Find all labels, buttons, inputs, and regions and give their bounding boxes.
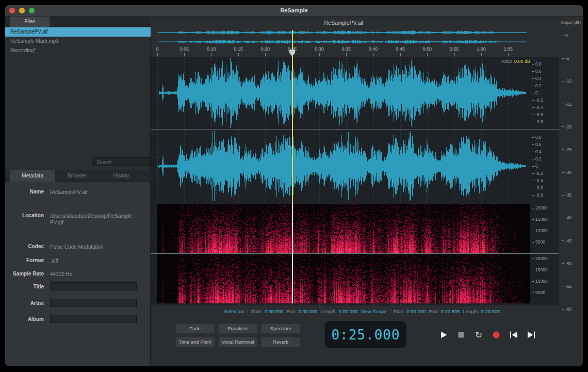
output-db-label: -45 [562,238,571,244]
amplitude-readout: Amp:0.00 dB [355,59,530,64]
tick-mark [532,188,534,188]
output-db-label: -55 [562,284,571,289]
output-db-label-text: -35 [565,192,571,198]
timeline-tick [454,53,455,56]
output-db-label: -35 [562,192,571,198]
tick-mark [562,218,564,218]
tick-mark [532,152,534,152]
skip-to-end-button[interactable] [525,329,537,341]
amplitude-scale-label: -0.6 [532,112,543,117]
amplitude-scale-label-text: 0.6 [535,69,542,74]
waveform-channel-2[interactable] [157,130,530,202]
amplitude-scale-label: 0.8 [532,135,542,140]
timeline-tick [400,53,401,56]
waveform-channel-1[interactable] [157,57,530,129]
name-value: ReSamplePV.aif [50,189,142,196]
amplitude-scale-label: 0 [532,90,538,95]
frequency-scale-label-text: 15000 [535,267,548,272]
window-title: ReSample [5,7,583,13]
amplitude-scale-label: -0.6 [532,185,543,190]
frequency-scale-label: 5000 [532,290,545,295]
tick-mark [532,293,534,293]
amplitude-scale-label-text: 0.2 [535,156,542,161]
spectrogram-channel-2[interactable] [157,254,530,303]
title-label: Title [5,284,44,289]
equalizer-button[interactable]: Equalizer [218,324,257,334]
timeline-label: 0:35 [336,46,356,52]
time-and-pitch-button[interactable]: Time and Pitch [175,337,215,347]
timeline-tick [211,53,212,56]
editor-area: ReSamplePV.aif 00:050:100:150:200:250:30… [151,17,583,366]
timeline-ruler[interactable]: 00:050:100:150:200:250:300:350:400:450:5… [157,46,539,57]
artist-field[interactable] [50,299,137,307]
tick-mark [562,309,564,310]
format-label: Format [5,257,44,263]
output-db-label: -25 [562,147,571,152]
tick-mark [562,36,564,36]
timeline-label: 1:05 [498,46,518,52]
loop-icon: ↻ [475,330,482,340]
spectrogram-channel-1[interactable] [157,204,530,253]
title-field[interactable] [50,282,137,290]
status-bar: Selection Start 0:00.000 End 0:00.000 Le… [182,309,543,314]
timeline-tick [508,53,509,56]
tick-mark [562,104,564,104]
spectrum-button[interactable]: Spectrum [261,324,300,334]
album-field[interactable] [50,315,137,323]
frequency-scale-label-text: 5000 [535,290,545,295]
tick-mark [532,115,534,115]
timeline-tick [346,53,347,56]
tick-mark [532,93,534,93]
frequency-scale-label: 10000 [532,279,548,284]
tab-history[interactable]: History [99,170,143,182]
frequency-scale-label-text: 10000 [535,228,548,233]
fade-button[interactable]: Fade [175,324,215,334]
view-start-value: 0:00.000 [407,309,426,314]
loop-button[interactable]: ↻ [472,329,485,341]
view-scope-label: View Scope [361,309,387,314]
tick-mark [532,71,534,72]
timeline-tick [184,53,185,56]
file-item[interactable]: ReSamplePV.aif [5,27,151,37]
amplitude-scale-label-text: -0.4 [535,105,543,110]
file-item[interactable]: ReSample Mark.mp3 [5,37,151,46]
frequency-scale-label-text: 10000 [535,279,548,284]
search-input[interactable] [92,157,150,166]
timeline-label: 0:45 [390,46,411,52]
tab-metadata[interactable]: Metadata [10,170,55,182]
file-item[interactable]: Recording* [5,46,151,55]
tab-browser[interactable]: Browser [55,170,99,182]
metadata-tabstrip: Metadata Browser History [5,170,151,182]
frequency-scale-label: 5000 [532,239,545,245]
selection-end-label: End [287,309,296,314]
tick-mark [532,144,534,145]
record-button[interactable] [490,329,502,341]
amplitude-scale-label: 0.4 [532,149,542,154]
play-button[interactable] [437,329,450,341]
frequency-scale-label: 15000 [532,217,548,222]
tab-files[interactable]: Files [10,17,50,27]
overview-waveform[interactable] [157,28,530,46]
amplitude-scale-label: -0.2 [532,98,543,103]
stop-button[interactable] [455,329,467,341]
amplitude-scale-label: 0.6 [532,142,542,147]
timeline-tick [238,53,239,56]
amp-value: 0.00 dB [514,59,530,64]
title-bar[interactable]: ReSample [5,5,583,17]
files-tabstrip: Files [5,17,151,27]
separator [248,309,248,314]
artist-label: Artist [5,300,44,306]
output-db-label-text: -50 [565,261,571,266]
amplitude-scale-label: -0.8 [532,119,543,124]
skip-to-start-button[interactable] [508,329,520,341]
tick-mark [532,122,534,122]
amplitude-scale-label: -0.8 [532,192,543,198]
tick-mark [532,107,534,108]
effects-panel: Fade Equalizer Spectrum Time and Pitch V… [175,324,300,347]
amplitude-scale-label: 0.8 [532,61,542,67]
output-db-label-text: -45 [565,238,571,244]
reverb-button[interactable]: Reverb [261,337,300,347]
vocal-removal-button[interactable]: Vocal Removal [218,337,257,347]
timeline-label: 0:05 [174,46,194,52]
tick-mark [532,137,534,138]
